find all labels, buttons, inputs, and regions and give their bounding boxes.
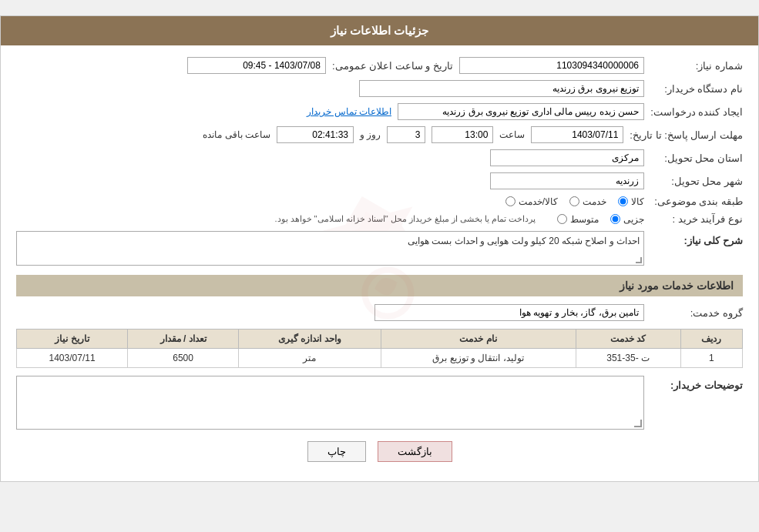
services-section-header: اطلاعات خدمات مورد نیاز: [16, 275, 743, 296]
radio-kala-khadamat-item: کالا/خدمت: [505, 196, 558, 207]
deadline-label: مهلت ارسال پاسخ: تا تاریخ:: [630, 129, 743, 141]
col-row-num: ردیف: [680, 330, 742, 349]
service-group-row: گروه خدمت:: [16, 304, 743, 321]
table-cell-date: 1403/07/11: [17, 349, 128, 368]
remaining-label: ساعت باقی مانده: [203, 129, 270, 140]
radio-motavaset-label: متوسط: [570, 214, 599, 225]
radio-jazei-label: جزیی: [623, 214, 644, 225]
buyer-station-label: نام دستگاه خریدار:: [650, 83, 743, 95]
request-number-row: شماره نیاز: تاریخ و ساعت اعلان عمومی:: [16, 57, 743, 74]
purchase-note: پرداخت تمام یا بخشی از مبلغ خریداز محل "…: [274, 214, 536, 224]
radio-motavaset[interactable]: [557, 214, 567, 224]
deadline-date-input[interactable]: [531, 126, 623, 143]
classification-row: طبقه بندی موضوعی: کالا/خدمت خدمت کالا: [16, 196, 743, 207]
deadline-time-input[interactable]: [432, 126, 493, 143]
col-unit: واحد اندازه گیری: [239, 330, 381, 349]
description-label: شرح کلی نیاز:: [650, 231, 743, 246]
radio-kala-label: کالا: [631, 196, 644, 207]
description-text: احداث و اصلاح شبکه 20 کیلو ولت هوایی و ا…: [408, 236, 640, 246]
deadline-row: مهلت ارسال پاسخ: تا تاریخ: ساعت روز و سا…: [16, 126, 743, 143]
classification-radio-group: کالا/خدمت خدمت کالا: [505, 196, 644, 207]
creator-label: ایجاد کننده درخواست:: [650, 106, 743, 118]
radio-khadamat[interactable]: [569, 196, 579, 206]
description-box: احداث و اصلاح شبکه 20 کیلو ولت هوایی و ا…: [16, 231, 644, 266]
radio-jazei[interactable]: [610, 214, 620, 224]
services-table-section: ردیف کد خدمت نام خدمت واحد اندازه گیری ت…: [16, 329, 743, 368]
contact-link[interactable]: اطلاعات تماس خریدار: [307, 106, 391, 117]
purchase-type-row: نوع فرآیند خرید : متوسط جزیی پرداخت تمام…: [16, 213, 743, 225]
radio-jazei-item: جزیی: [610, 214, 644, 225]
days-input[interactable]: [387, 126, 425, 143]
province-row: استان محل تحویل:: [16, 149, 743, 166]
table-cell-service_code: ت -35-351: [576, 349, 680, 368]
service-group-input[interactable]: [374, 304, 644, 321]
province-input[interactable]: [490, 149, 644, 166]
radio-khadamat-label: خدمت: [583, 196, 606, 207]
city-label: شهر محل تحویل:: [650, 176, 743, 187]
radio-kala-item: کالا: [618, 196, 644, 207]
request-number-label: شماره نیاز:: [650, 60, 743, 72]
city-input[interactable]: [490, 172, 644, 189]
radio-motavaset-item: متوسط: [557, 214, 599, 225]
radio-khadamat-item: خدمت: [569, 196, 606, 207]
table-row: 1ت -35-351تولید، انتقال و توزیع برقمتر65…: [17, 349, 743, 368]
resize-handle: [636, 257, 642, 263]
table-cell-service_name: تولید، انتقال و توزیع برق: [381, 349, 576, 368]
table-cell-row_num: 1: [680, 349, 742, 368]
buyer-station-row: نام دستگاه خریدار:: [16, 80, 743, 97]
buyer-notes-box: [16, 376, 644, 430]
notes-resize-handle: [634, 420, 642, 427]
page-title: جزئیات اطلاعات نیاز: [1, 16, 758, 45]
time-label: ساعت: [499, 129, 525, 140]
col-quantity: تعداد / مقدار: [128, 330, 239, 349]
back-button[interactable]: بازگشت: [378, 441, 452, 462]
buyer-notes-row: توضیحات خریدار:: [16, 376, 743, 430]
creator-row: ایجاد کننده درخواست: اطلاعات تماس خریدار: [16, 103, 743, 120]
col-service-code: کد خدمت: [576, 330, 680, 349]
print-button[interactable]: چاپ: [307, 441, 366, 462]
announcement-input[interactable]: [187, 57, 326, 74]
radio-kala-khadamat[interactable]: [505, 196, 516, 206]
days-label: روز و: [360, 129, 381, 140]
col-service-name: نام خدمت: [381, 330, 576, 349]
creator-input[interactable]: [398, 103, 644, 120]
purchase-type-radio-group: متوسط جزیی: [557, 214, 644, 225]
radio-kala-khadamat-label: کالا/خدمت: [519, 196, 558, 207]
city-row: شهر محل تحویل:: [16, 172, 743, 189]
classification-label: طبقه بندی موضوعی:: [650, 196, 743, 207]
radio-kala[interactable]: [618, 196, 628, 206]
request-number-input[interactable]: [459, 57, 644, 74]
table-cell-unit: متر: [239, 349, 381, 368]
announcement-label: تاریخ و ساعت اعلان عمومی:: [332, 60, 453, 72]
service-group-label: گروه خدمت:: [650, 307, 743, 319]
buyer-notes-label: توضیحات خریدار:: [650, 376, 743, 391]
purchase-type-label: نوع فرآیند خرید :: [650, 213, 743, 225]
table-cell-quantity: 6500: [128, 349, 239, 368]
province-label: استان محل تحویل:: [650, 152, 743, 164]
description-row: شرح کلی نیاز: احداث و اصلاح شبکه 20 کیلو…: [16, 231, 743, 266]
buyer-station-input[interactable]: [359, 80, 644, 97]
remaining-input[interactable]: [277, 126, 354, 143]
button-row: بازگشت چاپ: [16, 441, 743, 462]
services-table: ردیف کد خدمت نام خدمت واحد اندازه گیری ت…: [16, 329, 743, 368]
col-date: تاریخ نیاز: [17, 330, 128, 349]
